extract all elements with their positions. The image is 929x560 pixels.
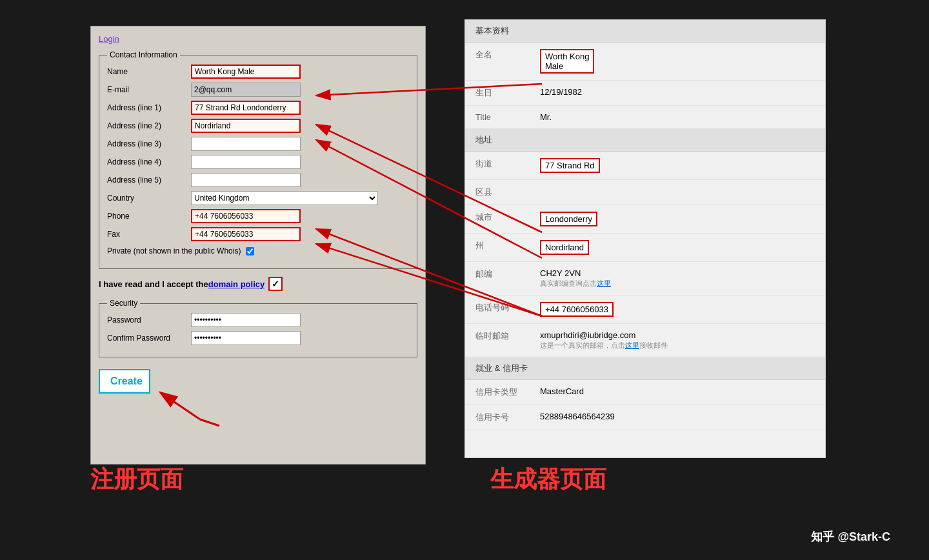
city-highlighted: Londonderry: [540, 212, 597, 226]
contact-fieldset: Contact Information Name E-mail Address …: [99, 50, 417, 269]
employment-header: 就业 & 信用卡: [465, 357, 825, 380]
fullname-value: Worth KongMale: [530, 43, 825, 81]
title-row: Title Mr.: [465, 106, 825, 129]
name-label: Name: [107, 67, 191, 76]
private-checkbox[interactable]: [246, 247, 254, 255]
email-label: E-mail: [107, 85, 191, 94]
phone-row: Phone: [107, 209, 409, 223]
card-type-value: MasterCard: [530, 380, 825, 405]
confirm-password-input[interactable]: [191, 331, 301, 345]
confirm-password-row: Confirm Password: [107, 331, 409, 345]
confirm-password-label: Confirm Password: [107, 334, 191, 343]
basic-info-header: 基本资料: [465, 20, 825, 43]
street-label: 街道: [465, 152, 530, 180]
fax-input[interactable]: [191, 227, 301, 241]
card-type-label: 信用卡类型: [465, 380, 530, 405]
name-row: Name: [107, 65, 409, 79]
addr4-label: Address (line 4): [107, 157, 191, 166]
email-input[interactable]: [191, 83, 301, 97]
registration-form: Login Contact Information Name E-mail Ad…: [90, 26, 426, 465]
phone-label: Phone: [107, 212, 191, 221]
label-left: 注册页面: [90, 464, 183, 495]
addr5-label: Address (line 5): [107, 175, 191, 185]
addr5-row: Address (line 5): [107, 173, 409, 187]
addr1-input[interactable]: [191, 101, 301, 115]
fax-label: Fax: [107, 230, 191, 239]
phone-info-row: 电话号码 +44 7606056033: [465, 295, 825, 324]
phone-input[interactable]: [191, 209, 301, 223]
state-row: 州 Nordirland: [465, 234, 825, 262]
city-value: Londonderry: [530, 205, 825, 234]
street-value: 77 Strand Rd: [530, 152, 825, 180]
accept-checkbox[interactable]: ✓: [268, 277, 283, 291]
temp-email-text: xmuprhdiri@iubridge.com: [540, 330, 635, 340]
temp-email-link[interactable]: 这里: [625, 341, 639, 349]
addr5-input[interactable]: [191, 173, 301, 187]
street-row: 街道 77 Strand Rd: [465, 152, 825, 180]
contact-legend: Contact Information: [107, 50, 180, 59]
addr4-input[interactable]: [191, 155, 301, 169]
card-num-label: 信用卡号: [465, 405, 530, 430]
fullname-label: 全名: [465, 43, 530, 81]
accept-row: I have read and I accept the domain poli…: [99, 277, 417, 291]
addr4-row: Address (line 4): [107, 155, 409, 169]
country-row: Country United Kingdom: [107, 191, 409, 205]
country-select[interactable]: United Kingdom: [191, 191, 378, 205]
street-highlighted: 77 Strand Rd: [540, 158, 600, 173]
password-label: Password: [107, 315, 191, 325]
private-label: Private (not shown in the public Whois): [107, 246, 241, 255]
card-num-row: 信用卡号 5288948646564239: [465, 405, 825, 430]
district-label: 区县: [465, 180, 530, 205]
birthday-row: 生日 12/19/1982: [465, 81, 825, 106]
label-right: 生成器页面: [490, 464, 606, 495]
temp-email-label: 临时邮箱: [465, 324, 530, 357]
temp-email-value: xmuprhdiri@iubridge.com 这是一个真实的邮箱，点击这里接收…: [530, 324, 825, 357]
card-num-value: 5288948646564239: [530, 405, 825, 430]
country-label: Country: [107, 194, 191, 203]
domain-policy-link[interactable]: domain policy: [208, 279, 265, 289]
postal-label: 邮编: [465, 262, 530, 295]
name-input[interactable]: [191, 65, 301, 79]
postal-value: CH2Y 2VN 真实邮编查询点击这里: [530, 262, 825, 295]
phone-highlighted: +44 7606056033: [540, 302, 614, 317]
postal-value-text: CH2Y 2VN: [540, 268, 581, 278]
fullname-row: 全名 Worth KongMale: [465, 43, 825, 81]
addr3-label: Address (line 3): [107, 139, 191, 148]
fullname-highlighted: Worth KongMale: [540, 49, 594, 74]
addr2-input[interactable]: [191, 119, 301, 133]
temp-email-sub: 这是一个真实的邮箱，点击这里接收邮件: [540, 341, 668, 349]
state-highlighted: Nordirland: [540, 240, 589, 255]
phone-info-label: 电话号码: [465, 295, 530, 324]
watermark: 知乎 @Stark-C: [811, 529, 890, 545]
city-label: 城市: [465, 205, 530, 234]
phone-info-value: +44 7606056033: [530, 295, 825, 324]
addr1-label: Address (line 1): [107, 103, 191, 112]
employment-table: 信用卡类型 MasterCard 信用卡号 5288948646564239: [465, 380, 825, 430]
title-value: Mr.: [530, 106, 825, 129]
login-link[interactable]: Login: [99, 34, 417, 44]
postal-row: 邮编 CH2Y 2VN 真实邮编查询点击这里: [465, 262, 825, 295]
password-row: Password: [107, 313, 409, 327]
accept-text: I have read and I accept the: [99, 279, 208, 289]
district-row: 区县: [465, 180, 825, 205]
birthday-value: 12/19/1982: [530, 81, 825, 106]
district-value: [530, 180, 825, 205]
state-value: Nordirland: [530, 234, 825, 262]
state-label: 州: [465, 234, 530, 262]
city-row: 城市 Londonderry: [465, 205, 825, 234]
temp-email-row: 临时邮箱 xmuprhdiri@iubridge.com 这是一个真实的邮箱，点…: [465, 324, 825, 357]
create-button[interactable]: Create: [99, 369, 150, 394]
card-type-row: 信用卡类型 MasterCard: [465, 380, 825, 405]
private-row: Private (not shown in the public Whois): [107, 246, 409, 255]
addr3-input[interactable]: [191, 137, 301, 151]
password-input[interactable]: [191, 313, 301, 327]
fax-row: Fax: [107, 227, 409, 241]
postal-link[interactable]: 这里: [597, 279, 611, 287]
generator-panel: 基本资料 全名 Worth KongMale 生日 12/19/1982 Tit…: [464, 19, 826, 458]
address-table: 街道 77 Strand Rd 区县 城市 Londonderry 州 Nord…: [465, 152, 825, 357]
email-row: E-mail: [107, 83, 409, 97]
security-fieldset: Security Password Confirm Password: [99, 299, 417, 357]
addr2-row: Address (line 2): [107, 119, 409, 133]
title-label: Title: [465, 106, 530, 129]
basic-info-table: 全名 Worth KongMale 生日 12/19/1982 Title Mr…: [465, 43, 825, 129]
